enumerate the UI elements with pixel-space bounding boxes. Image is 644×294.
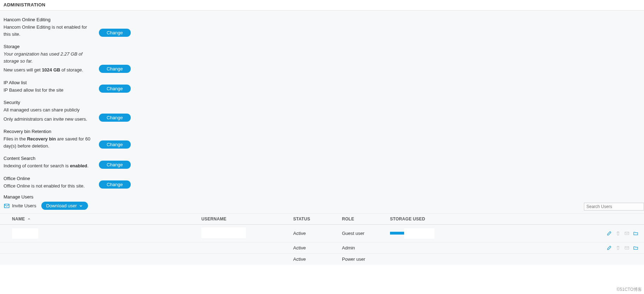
users-table: NAME USERNAME STATUS ROLE STORAGE USED A… — [0, 213, 644, 265]
setting-security-desc1: All managed users can share publicly — [4, 106, 95, 114]
storage-redacted — [404, 228, 435, 239]
cell-status: Active — [293, 245, 342, 250]
sort-asc-icon — [27, 217, 31, 221]
change-recovery-button[interactable]: Change — [99, 140, 131, 149]
mail-small-icon — [624, 231, 630, 236]
setting-contentsearch-desc-suffix: . — [87, 163, 89, 168]
setting-contentsearch-title: Content Search — [4, 156, 95, 161]
edit-icon[interactable] — [607, 231, 612, 236]
cell-role: Guest user — [342, 231, 390, 236]
setting-hancom-desc: Hancom Online Editing is not enabled for… — [4, 24, 95, 38]
setting-storage-desc1-value: 2.27 GB — [60, 51, 77, 57]
invite-users-link[interactable]: Invite Users — [4, 203, 36, 209]
setting-recovery-title: Recovery bin Retention — [4, 129, 95, 134]
change-contentsearch-button[interactable]: Change — [99, 161, 131, 169]
name-redacted — [12, 228, 38, 239]
setting-storage-desc1: Your organization has used 2.27 GB of st… — [4, 51, 95, 64]
manage-users-title: Manage Users — [0, 194, 644, 200]
setting-storage-title: Storage — [4, 44, 95, 49]
download-user-button[interactable]: Download user — [41, 202, 88, 210]
setting-recovery-desc: Files in the Recovery bin are saved for … — [4, 136, 95, 149]
edit-icon[interactable] — [607, 245, 612, 250]
cell-role: Power user — [342, 256, 390, 262]
mail-icon — [4, 203, 10, 209]
folder-icon[interactable] — [633, 231, 638, 236]
setting-ipallow-desc: IP Based allow list for the site — [4, 87, 95, 94]
setting-recovery-desc-prefix: Files in the — [4, 136, 27, 142]
col-header-storage[interactable]: STORAGE USED — [390, 217, 436, 221]
cell-role: Admin — [342, 245, 390, 250]
col-header-status[interactable]: STATUS — [293, 217, 342, 221]
cell-status: Active — [293, 231, 342, 236]
setting-recovery: Recovery bin Retention Files in the Reco… — [0, 124, 644, 151]
setting-hancom-title: Hancom Online Editing — [4, 17, 95, 22]
folder-icon[interactable] — [633, 245, 638, 250]
change-ipallow-button[interactable]: Change — [99, 85, 131, 93]
invite-users-label: Invite Users — [12, 203, 36, 208]
setting-security-desc2: Only administrators can invite new users… — [4, 116, 95, 123]
setting-storage-desc2-suffix: of storage. — [60, 67, 83, 73]
cell-status: Active — [293, 256, 342, 262]
change-storage-button[interactable]: Change — [99, 65, 131, 73]
setting-hancom: Hancom Online Editing Hancom Online Edit… — [0, 12, 644, 39]
setting-ipallow: IP Allow list IP Based allow list for th… — [0, 75, 644, 95]
setting-storage-desc2-value: 1024 GB — [42, 67, 60, 73]
mail-small-icon — [624, 245, 630, 250]
setting-officeonline: Office Online Office Online is not enabl… — [0, 171, 644, 191]
setting-contentsearch: Content Search Indexing of content for s… — [0, 151, 644, 171]
table-row[interactable]: Active Guest user — [0, 225, 644, 242]
col-header-role[interactable]: ROLE — [342, 217, 390, 221]
change-hancom-button[interactable]: Change — [99, 29, 131, 37]
setting-storage-desc2-prefix: New users will get — [4, 67, 42, 73]
setting-storage-desc1-prefix: Your organization has used — [4, 51, 60, 57]
download-user-label: Download user — [46, 203, 77, 208]
col-header-name-label: NAME — [12, 217, 25, 221]
setting-contentsearch-desc: Indexing of content for search is enable… — [4, 162, 95, 169]
setting-storage-desc2: New users will get 1024 GB of storage. — [4, 67, 95, 74]
search-users-input[interactable] — [584, 203, 644, 211]
setting-recovery-desc-bold: Recovery bin — [27, 136, 56, 142]
change-security-button[interactable]: Change — [99, 114, 131, 122]
users-table-header: NAME USERNAME STATUS ROLE STORAGE USED — [0, 213, 644, 225]
page-title: ADMINISTRATION — [4, 2, 640, 7]
storage-bar — [390, 232, 404, 235]
col-header-username[interactable]: USERNAME — [201, 217, 293, 221]
setting-ipallow-title: IP Allow list — [4, 80, 95, 85]
change-officeonline-button[interactable]: Change — [99, 180, 131, 189]
col-header-name[interactable]: NAME — [4, 217, 201, 221]
table-row[interactable]: Active Power user — [0, 254, 644, 265]
setting-officeonline-title: Office Online — [4, 176, 95, 181]
chevron-down-icon — [79, 204, 83, 208]
table-row[interactable]: Active Admin — [0, 242, 644, 254]
setting-security: Security All managed users can share pub… — [0, 95, 644, 124]
setting-contentsearch-desc-prefix: Indexing of content for search is — [4, 163, 70, 168]
trash-icon — [615, 231, 621, 236]
username-redacted — [201, 227, 246, 238]
trash-icon — [615, 245, 621, 250]
setting-storage: Storage Your organization has used 2.27 … — [0, 39, 644, 75]
setting-contentsearch-desc-bold: enabled — [70, 163, 87, 168]
setting-security-title: Security — [4, 100, 95, 105]
setting-officeonline-desc: Office Online is not enabled for this si… — [4, 183, 95, 190]
